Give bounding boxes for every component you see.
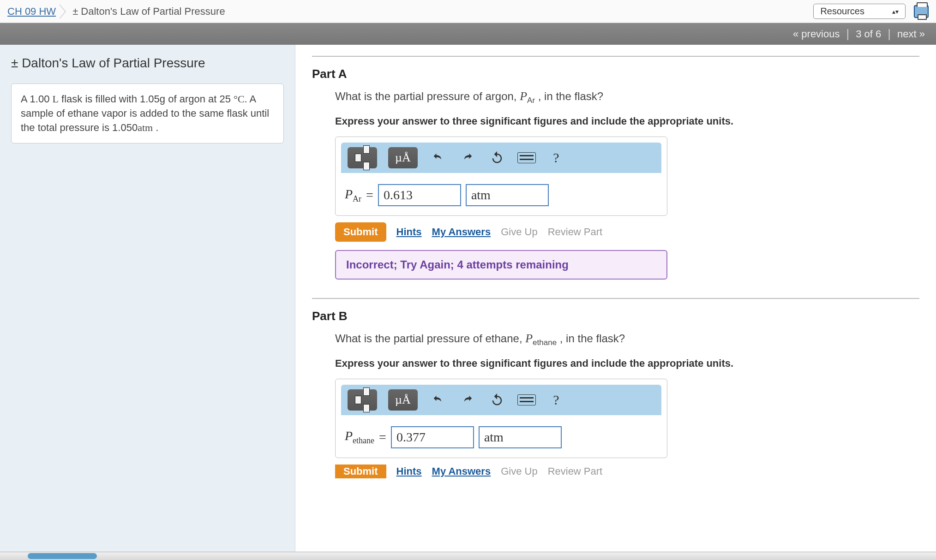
part-a-heading: Part A [312,67,919,81]
my-answers-link[interactable]: My Answers [432,226,491,238]
var-sub: ethane [353,436,374,445]
review-part-link[interactable]: Review Part [548,226,603,238]
desc-text: flask is filled with 1.05g of argon at 2… [59,93,234,105]
my-answers-link[interactable]: My Answers [432,465,491,477]
redo-icon[interactable] [458,149,477,167]
reset-icon[interactable] [488,391,506,409]
part-a-question: What is the partial pressure of argon, P… [335,89,919,105]
value-input[interactable] [378,184,461,206]
value-input[interactable] [391,426,474,448]
part-a-body: What is the partial pressure of argon, P… [312,89,919,280]
box-stack-icon [363,391,370,409]
unit-input[interactable] [479,426,562,448]
part-b-instruction: Express your answer to three significant… [335,357,919,369]
horizontal-scrollbar[interactable] [0,552,936,560]
desc-L: L [53,93,59,105]
variable-sub: Ar [527,96,535,105]
scrollbar-thumb[interactable] [28,553,97,559]
part-a-instruction: Express your answer to three significant… [335,115,919,127]
answer-variable-label: PAr [345,187,361,204]
desc-text: . [153,122,158,133]
hints-link[interactable]: Hints [396,465,422,477]
help-icon[interactable]: ? [547,391,565,409]
part-b-body: What is the partial pressure of ethane, … [312,332,919,478]
undo-icon[interactable] [429,149,447,167]
desc-atm: atm [138,122,153,133]
variable-sub: ethane [533,338,557,347]
special-chars-icon[interactable]: µÅ [388,389,418,411]
equals-sign: = [379,430,386,445]
undo-icon[interactable] [429,391,447,409]
problem-title: ± Dalton's Law of Partial Pressure [11,56,284,71]
q-text: What is the partial pressure of ethane, [335,332,525,345]
reset-icon[interactable] [488,149,506,167]
breadcrumb-chevron-icon [60,4,66,19]
desc-deg: °C [234,93,244,105]
box-icon [355,396,361,404]
answer-box-a: µÅ ? PAr = [335,137,667,216]
feedback-message: Incorrect; Try Again; 4 attempts remaini… [335,250,667,280]
box-stack-icon [363,149,370,167]
q-text: , in the flask? [557,332,625,345]
redo-icon[interactable] [458,391,477,409]
special-chars-icon[interactable]: µÅ [388,147,418,168]
divider [312,298,919,299]
q-text: , in the flask? [535,90,603,102]
print-icon[interactable] [914,5,929,18]
review-part-link[interactable]: Review Part [548,465,603,477]
parts-panel: Part A What is the partial pressure of a… [295,45,936,560]
equals-sign: = [366,188,373,203]
variable-P: P [525,332,533,345]
unit-input[interactable] [466,184,549,206]
nav-separator: | [888,27,891,41]
position-indicator: 3 of 6 [856,28,881,40]
answer-variable-label: Pethane [345,429,374,446]
main-content: ± Dalton's Law of Partial Pressure A 1.0… [0,45,936,560]
answer-input-row: PAr = [336,179,667,215]
q-text: What is the partial pressure of argon, [335,90,520,102]
resources-label: Resources [820,6,864,17]
answer-toolbar: µÅ ? [341,143,661,173]
var-P: P [345,429,353,443]
keyboard-icon[interactable] [517,394,536,405]
problem-nav-bar: « previous | 3 of 6 | next » [0,23,936,45]
homework-link[interactable]: CH 09 HW [7,6,56,18]
nav-separator: | [846,27,849,41]
give-up-link[interactable]: Give Up [501,465,537,477]
previous-link[interactable]: « previous [793,28,840,40]
next-link[interactable]: next » [897,28,925,40]
box-icon [355,154,361,162]
answer-input-row: Pethane = [336,421,667,458]
submit-button[interactable]: Submit [335,465,386,478]
top-header: CH 09 HW ± Dalton's Law of Partial Press… [0,0,936,23]
action-row-a: Submit Hints My Answers Give Up Review P… [335,222,919,242]
dropdown-arrows-icon: ▴▾ [892,8,899,15]
help-icon[interactable]: ? [547,149,565,167]
part-b-heading: Part B [312,309,919,323]
hints-link[interactable]: Hints [396,226,422,238]
desc-text: A 1.00 [21,93,53,105]
answer-toolbar: µÅ ? [341,385,661,415]
assignment-title: ± Dalton's Law of Partial Pressure [72,6,225,18]
var-P: P [345,187,353,201]
submit-button[interactable]: Submit [335,222,386,242]
give-up-link[interactable]: Give Up [501,226,537,238]
action-row-b: Submit Hints My Answers Give Up Review P… [335,465,919,478]
divider [312,56,919,57]
problem-description: A 1.00 L flask is filled with 1.05g of a… [11,83,284,143]
problem-description-panel: ± Dalton's Law of Partial Pressure A 1.0… [0,45,295,560]
variable-P: P [520,89,527,103]
formula-editor-icon[interactable] [348,147,377,168]
keyboard-icon[interactable] [517,152,536,163]
part-b-question: What is the partial pressure of ethane, … [335,332,919,347]
resources-dropdown[interactable]: Resources ▴▾ [813,4,906,19]
var-sub: Ar [353,194,361,203]
formula-editor-icon[interactable] [348,389,377,411]
answer-box-b: µÅ ? Pethane [335,379,667,458]
